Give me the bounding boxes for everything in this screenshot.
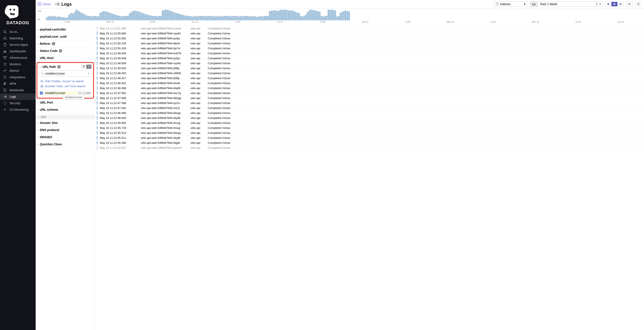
chart-bar[interactable] [284,10,286,20]
chart-bar[interactable] [139,12,141,20]
chart-bar[interactable] [167,10,168,20]
chart-bar[interactable] [114,14,115,20]
log-row[interactable]: May 16 11:22:48.068vets-api-web-54f8d478… [95,86,644,91]
chart-bar[interactable] [232,16,234,20]
chart-bar[interactable] [194,16,196,20]
chart-bar[interactable] [46,17,48,20]
views-button[interactable]: Views [38,3,50,6]
facet-dns-protocol[interactable]: ›DNS protocol [38,126,93,134]
chart-bar[interactable] [160,16,162,20]
chart-bar[interactable] [203,16,205,20]
log-row[interactable]: May 16 11:22:45.511vets-api-web-54f8d478… [95,135,644,140]
chart-bar[interactable] [170,11,172,20]
chart-bar[interactable] [312,10,314,20]
chart-bar[interactable] [75,10,77,20]
chart-bar[interactable] [165,10,167,20]
chart-bar[interactable] [84,15,86,20]
chart-bar[interactable] [176,13,177,20]
facet-payload-user-uuid[interactable]: ›payload.user_uuid [38,33,93,40]
chart-bar[interactable] [317,11,319,20]
chart-bar[interactable] [260,16,262,20]
chart-bar[interactable] [60,17,61,20]
chart-bar[interactable] [89,16,91,20]
chart-bar[interactable] [262,17,264,20]
chart-bar[interactable] [345,11,346,20]
chart-bar[interactable] [252,17,253,20]
log-table[interactable]: May 16 11:22:51.065vets-api-web-54f8d478… [95,26,644,330]
chart-bar[interactable] [343,11,345,20]
refresh-button[interactable] [635,2,642,7]
chart-bar[interactable] [319,12,320,20]
log-row[interactable]: May 16 11:22:48.402vets-api-web-54f8d478… [95,81,644,86]
chart-bar[interactable] [245,16,246,20]
log-row[interactable]: May 16 11:22:50.984vets-api-web-54f8d478… [95,31,644,36]
sidebar-item-metrics[interactable]: Metrics› [0,67,36,74]
chart-bar[interactable] [74,12,75,21]
chart-bar[interactable] [322,17,324,20]
chart-bar[interactable] [296,13,298,20]
log-row[interactable]: May 16 11:22:47.696vets-api-web-54f8d478… [95,96,644,101]
chart-bar[interactable] [100,13,101,20]
chart-bar[interactable] [305,15,307,20]
chart-bar[interactable] [342,12,343,20]
chart-bar[interactable] [334,10,336,20]
log-row[interactable]: May 16 11:22:48.417vets-api-web-54f8d478… [95,76,644,81]
time-range-picker[interactable]: 1w Past 1 Week ⊼ ▾ [530,1,603,7]
chart-bar[interactable] [270,11,272,20]
log-row[interactable]: May 16 11:22:50.582vets-api-web-54f8d478… [95,36,644,41]
chart-bar[interactable] [308,10,310,20]
chart-bar[interactable] [316,11,317,20]
sidebar-item-apm[interactable]: APM› [0,80,36,87]
chart-bar[interactable] [50,16,51,20]
chart-bar[interactable] [243,16,244,20]
facet-answer-size[interactable]: ›Answer Size [38,119,93,126]
sidebar-item-infrastructure[interactable]: Infrastructure› [0,55,36,61]
chart-bar[interactable] [212,17,213,20]
log-row[interactable]: May 16 11:22:48.453vets-api-web-54f8d478… [95,71,644,76]
sidebar-item-service-mgmt[interactable]: Service Mgmt› [0,42,36,48]
chart-bar[interactable] [196,17,198,20]
chart-bar[interactable] [53,16,54,20]
chart-bar[interactable] [108,12,110,21]
sidebar-item-logs[interactable]: Logs› [0,93,36,100]
histogram-chart[interactable]: 25k 0k 12:00Wed 1012:00Thu 1112:00Fri 12… [36,9,644,26]
logo[interactable]: DATADOG [0,0,36,29]
chart-bar[interactable] [106,12,108,20]
chart-bar[interactable] [79,12,80,20]
chart-bar[interactable] [193,17,194,20]
chart-bar[interactable] [267,16,269,20]
chart-bar[interactable] [302,17,303,20]
chart-bar[interactable] [91,17,92,20]
chart-bar[interactable] [250,16,252,20]
facet-url-host[interactable]: ›URL Host [38,55,93,62]
log-row[interactable]: May 16 11:22:45.992vets-api-web-54f8d478… [95,120,644,125]
chart-bar[interactable] [283,10,284,20]
chart-bar[interactable] [98,16,99,20]
log-row[interactable]: May 16 11:22:50.193vets-api-web-54f8d478… [95,46,644,51]
chart-bar[interactable] [112,14,113,20]
chart-bar[interactable] [138,12,139,20]
chart-bar[interactable] [229,16,231,20]
step-forward-button[interactable] [618,2,624,6]
chart-bar[interactable] [291,10,293,20]
dns-section-header[interactable]: ⌄ DNS [36,115,95,119]
chart-bar[interactable] [255,17,256,20]
chart-bar[interactable] [333,10,334,20]
chart-bar[interactable] [48,17,49,20]
chart-bar[interactable] [276,11,277,20]
log-row[interactable]: May 16 11:22:45.513vets-api-web-54f8d478… [95,130,644,135]
facet-url-scheme[interactable]: ›URL scheme [38,106,93,113]
chart-bar[interactable] [94,16,96,20]
chart-bar[interactable] [210,16,212,20]
chart-bar[interactable] [258,17,260,20]
chart-bar[interactable] [300,16,302,20]
chart-bar[interactable] [65,18,66,21]
chart-bar[interactable] [105,12,106,20]
facet-status-code[interactable]: ›Status Code✓ [38,47,93,55]
chart-bar[interactable] [224,16,226,20]
chart-bar[interactable] [274,10,276,20]
chart-bar[interactable] [68,15,70,20]
chart-bar[interactable] [190,16,191,20]
log-row[interactable]: May 16 11:22:48.633vets-api-web-54f8d478… [95,66,644,71]
chart-bar[interactable] [226,16,227,20]
